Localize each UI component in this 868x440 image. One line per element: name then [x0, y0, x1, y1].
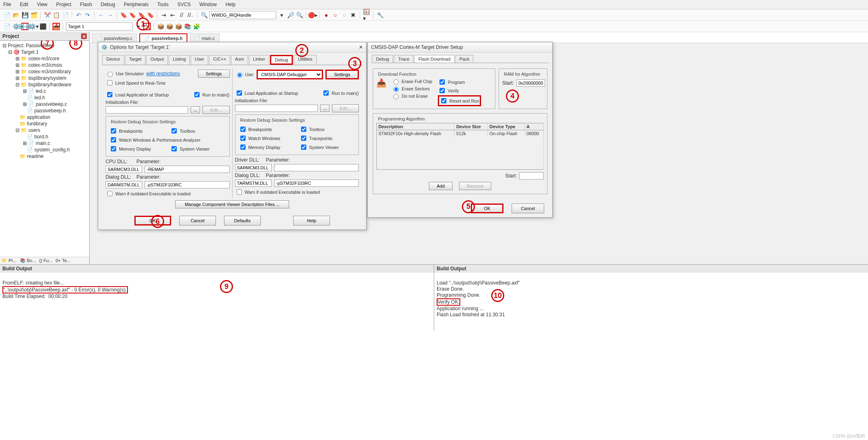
add-button[interactable]: Add: [429, 182, 453, 190]
menu-tools[interactable]: Tools: [157, 2, 169, 7]
redo-icon[interactable]: ↷: [84, 11, 91, 19]
drvdll-input[interactable]: [235, 164, 272, 171]
find-in-files-icon[interactable]: 🔎: [287, 11, 294, 19]
tree-file[interactable]: ⊞ 📄 main.c: [1, 140, 88, 147]
debug-start-icon[interactable]: 🔴▸: [309, 11, 316, 19]
restrictions-link[interactable]: with restrictions: [146, 71, 180, 77]
debugger-combo[interactable]: CMSIS-DAP Debugger: [257, 70, 323, 79]
tree-project-root[interactable]: ⊟ Project: PassiveBeep: [1, 42, 88, 49]
bookmark-icon[interactable]: 🔖: [120, 11, 127, 19]
erase-full-radio[interactable]: Erase Full Chip: [391, 78, 432, 85]
toolbox-right-checkbox[interactable]: Toolbox: [299, 125, 325, 133]
tree-file[interactable]: 📄 passivebeep.h: [1, 107, 88, 114]
cpuparam-input[interactable]: [145, 166, 230, 173]
batch-build-icon[interactable]: ⚙️▾: [30, 23, 37, 30]
breakpoint-disable-icon[interactable]: ○: [341, 11, 348, 19]
tree-file[interactable]: 📄 bord.h: [1, 134, 88, 140]
nav-back-icon[interactable]: ←: [97, 11, 105, 19]
breakpoint-insert-icon[interactable]: ●: [323, 11, 330, 19]
menu-flash[interactable]: Flash: [80, 2, 92, 7]
project-tree[interactable]: ⊟ Project: PassiveBeep ⊟ 🎯 Target 1 ⊞ 📁 …: [0, 41, 89, 257]
alg-start-input[interactable]: [519, 172, 544, 180]
find-icon[interactable]: 🔍: [200, 11, 208, 19]
options-target-icon[interactable]: 🔨: [143, 23, 151, 30]
manage-rte-icon[interactable]: 📦: [166, 23, 173, 30]
edit-right-button[interactable]: Edit...: [332, 104, 359, 112]
warn-left-checkbox[interactable]: Warn if outdated Executable is loaded: [105, 190, 191, 197]
algorithm-table[interactable]: Description Device Size Device Type A ST…: [376, 123, 544, 170]
ram-start-input[interactable]: [516, 79, 545, 87]
tab-target[interactable]: Target: [125, 55, 146, 65]
file-tab[interactable]: 📄 passivebeep.c: [92, 33, 137, 43]
bookmark-clear-icon[interactable]: 🔖: [147, 11, 154, 19]
sim-settings-button[interactable]: Settings: [198, 70, 230, 78]
pane-tab-project[interactable]: 📁 Pr...: [2, 258, 17, 263]
tab-device[interactable]: Device: [102, 55, 124, 65]
stop-build-icon[interactable]: ⬛: [39, 23, 46, 30]
symbol-combo[interactable]: [209, 11, 276, 19]
incremental-find-icon[interactable]: 🔍: [296, 11, 303, 19]
outdent-icon[interactable]: ⇤: [169, 11, 176, 19]
verify-checkbox[interactable]: Verify: [438, 87, 481, 94]
configure-icon[interactable]: 🔧: [376, 11, 384, 19]
tab-cmsis-debug[interactable]: Debug: [372, 55, 393, 63]
manage-icon[interactable]: 🧩: [193, 23, 200, 30]
cmsis-cancel-button[interactable]: Cancel: [512, 204, 544, 213]
chevron-down-icon[interactable]: ▾: [134, 23, 142, 30]
tree-folder[interactable]: 📁 application: [1, 114, 88, 120]
save-icon[interactable]: 💾: [21, 11, 29, 19]
menu-window[interactable]: Window: [199, 2, 217, 7]
tab-ccpp[interactable]: C/C++: [209, 55, 230, 65]
dlgdll-right-input[interactable]: [235, 180, 272, 187]
run-main-right-checkbox[interactable]: Run to main(): [322, 89, 359, 97]
cpudll-input[interactable]: [105, 166, 142, 173]
bookmark-prev-icon[interactable]: 🔖: [129, 11, 136, 19]
init-file-right-input[interactable]: [235, 105, 318, 112]
tree-folder[interactable]: ⊞ 📁 cotex-m3/cmsis: [1, 62, 88, 68]
tab-output[interactable]: Output: [146, 55, 168, 65]
menu-svcs[interactable]: SVCS: [177, 2, 191, 7]
options-help-button[interactable]: Help: [293, 216, 330, 225]
tree-folder[interactable]: 📁 funlibrary: [1, 120, 88, 127]
memory-right-checkbox[interactable]: Memory Display: [239, 143, 297, 151]
undo-icon[interactable]: ↶: [75, 11, 82, 19]
tab-asm[interactable]: Asm: [231, 55, 248, 65]
menu-peripherals[interactable]: Peripherals: [124, 2, 149, 7]
tab-linker[interactable]: Linker: [249, 55, 269, 65]
pane-tab-templates[interactable]: 0+ Te...: [56, 258, 70, 263]
menu-project[interactable]: Project: [56, 2, 71, 7]
bookmark-next-icon[interactable]: 🔖: [138, 11, 145, 19]
options-cancel-button[interactable]: Cancel: [179, 216, 216, 225]
tab-pack[interactable]: Pack: [455, 55, 473, 63]
program-checkbox[interactable]: Program: [438, 78, 481, 86]
load-app-right-checkbox[interactable]: Load Application at Startup: [235, 89, 298, 97]
reset-run-checkbox[interactable]: Reset and Run: [438, 95, 481, 106]
erase-sectors-radio[interactable]: Erase Sectors: [391, 85, 432, 92]
indent-icon[interactable]: ⇥: [160, 11, 167, 19]
no-erase-radio[interactable]: Do not Erase: [391, 93, 432, 99]
remove-button[interactable]: Remove: [459, 182, 491, 190]
watch-right-checkbox[interactable]: Watch Windows: [239, 134, 297, 142]
warn-right-checkbox[interactable]: Warn if outdated Executable is loaded: [235, 188, 320, 196]
debugger-settings-button[interactable]: Settings: [325, 70, 359, 79]
rebuild-icon[interactable]: ⚙️⚙️: [21, 23, 29, 30]
options-ok-button[interactable]: OK: [134, 216, 171, 225]
drvparam-input[interactable]: [274, 164, 359, 171]
breakpoint-kill-icon[interactable]: ✖: [349, 11, 357, 19]
comment-icon[interactable]: //: [178, 11, 185, 19]
breakpoints-left-checkbox[interactable]: Breakpoints: [109, 127, 167, 135]
breakpoints-right-checkbox[interactable]: Breakpoints: [239, 125, 297, 133]
tree-folder[interactable]: ⊞ 📁 cotex-m3/stmlibrary: [1, 68, 88, 75]
new-file-icon[interactable]: 📄: [3, 11, 11, 19]
menu-edit[interactable]: Edit: [20, 2, 29, 7]
use-simulator-radio[interactable]: Use Simulator: [105, 70, 144, 77]
limit-speed-checkbox[interactable]: Limit Speed to Real-Time: [105, 79, 166, 87]
tab-flash-download[interactable]: Flash Download: [414, 55, 455, 63]
nav-fwd-icon[interactable]: →: [106, 11, 114, 19]
close-icon[interactable]: ✕: [81, 33, 87, 39]
uncomment-icon[interactable]: //₋: [187, 11, 194, 19]
translate-icon[interactable]: 📄: [3, 23, 11, 30]
cut-icon[interactable]: ✂️: [44, 11, 51, 19]
menu-debug[interactable]: Debug: [101, 2, 115, 7]
options-defaults-button[interactable]: Defaults: [224, 216, 261, 225]
